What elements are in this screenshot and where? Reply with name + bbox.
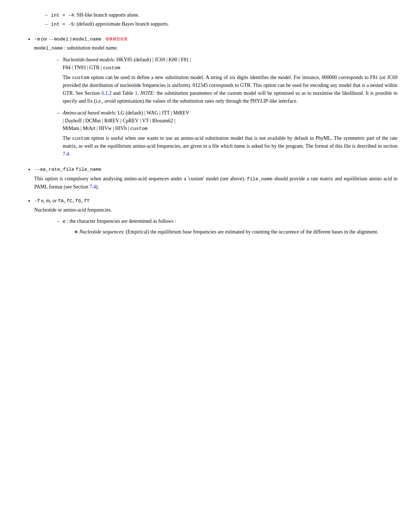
nucleotide-custom-code: custom: [103, 65, 120, 71]
aminoacid-dash: –: [57, 109, 59, 117]
custom-code-1: custom: [72, 75, 89, 80]
nucleotide-dash-item: – Nucleotide-based models: HKY85 (defaul…: [57, 56, 397, 105]
model-bullet-body: -m (or --model ) model_name 替换模型设置 model…: [34, 35, 397, 159]
dash-content: int = -4: SH-like branch supports alone.: [51, 11, 397, 19]
aminoacid-paragraph: The custom option is useful when one wan…: [63, 134, 397, 158]
nucleotide-seq-colon: : (Empirical) the equilibrium base frequ…: [123, 229, 378, 235]
nucleotide-seq-label: Nucleotide sequences: [79, 229, 123, 235]
int-neg4-text: : SH-like branch supports alone.: [74, 12, 139, 18]
link-table-1[interactable]: 1: [135, 90, 138, 96]
int-neg5-text: : (default) approximate Bayes branch sup…: [74, 21, 169, 27]
freq-options: e, m, or: [41, 198, 58, 203]
int-neg5-code: int = -5: [51, 22, 74, 27]
model-heading: -m (or --model ) model_name 替换模型设置: [34, 35, 397, 43]
freq-bullet-dot: •: [28, 197, 30, 206]
e-option-content: e : the character frequencies are determ…: [63, 217, 397, 236]
model-paren-close: ): [70, 36, 71, 42]
nucleotide-colon: : HKY85 (default) | JC69 | K80 | F81 |: [114, 57, 191, 62]
nucleotide-label: Nucleotide-based models: [63, 57, 114, 62]
e-option-text: : the character frequencies are determin…: [66, 218, 176, 224]
aa-rate-bullet-dot: •: [28, 165, 30, 174]
dash-item-int-neg5: – int = -5: (default) approximate Bayes …: [45, 20, 397, 28]
aa-rate-bullet-item: • --aa_rate_file file_name This option i…: [23, 165, 397, 191]
aa-rate-flag: --aa_rate_file: [34, 167, 75, 172]
bullet-dot: •: [28, 35, 30, 44]
chinese-badge: 替换模型设置: [105, 37, 127, 41]
nucleotide-paragraph: The custom option can be used to define …: [63, 74, 397, 105]
star-symbol: ∗: [74, 229, 80, 235]
e-option-dash-item: – e : the character frequencies are dete…: [57, 217, 397, 236]
nucleotide-seq-sub-item: ∗ Nucleotide sequences: (Empirical) the …: [74, 228, 397, 236]
aminoacid-custom-code: custom: [130, 126, 147, 131]
link-7-4-b[interactable]: 7.4: [89, 184, 96, 190]
aa-rate-paragraph: This option is compulsory when analysing…: [34, 175, 397, 191]
page-content: – int = -4: SH-like branch supports alon…: [23, 11, 397, 237]
model-bullet-item: • -m (or --model ) model_name 替换模型设置 mod…: [23, 35, 397, 159]
freq-bullet-body: -f e, m, or fA,fC,fG,fT Nucleotide or am…: [34, 197, 397, 237]
freq-code-options: fA,fC,fG,fT: [58, 198, 89, 204]
custom-code-2: custom: [72, 136, 89, 141]
model-flag-short: -m: [34, 37, 40, 42]
model-desc: model_name : substitution model name.: [34, 44, 397, 52]
dash-symbol: –: [45, 11, 48, 19]
model-flag-long: --model: [48, 37, 68, 42]
aminoacid-content: Amino-acid based models: LG (default) | …: [63, 109, 397, 158]
aa-rate-file-name-code: file_name: [247, 176, 273, 182]
freq-heading: -f e, m, or fA,fC,fG,fT: [34, 197, 397, 205]
aa-rate-arg: file_name: [76, 167, 102, 172]
freq-desc: Nucleotide or amino-acid frequencies.: [34, 206, 397, 214]
model-desc-text: : substitution model name.: [63, 45, 118, 51]
dash-symbol: –: [45, 20, 48, 28]
freq-bullet-item: • -f e, m, or fA,fC,fG,fT Nucleotide or …: [23, 197, 397, 237]
note-italic: NOTE:: [140, 90, 155, 96]
model-paren: (or: [41, 36, 49, 42]
aminoacid-label: Amino-acid based models: [63, 110, 115, 116]
link-7-4-a[interactable]: 7.4: [63, 151, 69, 157]
model-desc-code: model_name: [34, 46, 63, 51]
model-arg: model_name: [73, 37, 102, 42]
e-option-code: e: [63, 219, 66, 224]
dash-content: int = -5: (default) approximate Bayes br…: [51, 20, 397, 28]
nucleotide-models-line2: F84 | TN93 | GTR | custom: [63, 64, 397, 72]
aminoacid-models-line2: | Dayhoff | DCMut | RtREV | CpREV | VT |…: [63, 117, 397, 125]
aa-rate-heading: --aa_rate_file file_name: [34, 165, 397, 173]
aminoacid-models-line3: MtMam | MtArt | HIVw | HIVb | custom: [63, 125, 397, 132]
e-option-dash: –: [57, 217, 59, 225]
nucleotide-dash: –: [57, 56, 59, 64]
link-6-1-2[interactable]: 6.1.2: [102, 90, 112, 96]
aminoacid-colon: : LG (default) | WAG | JTT | MtREV: [115, 110, 189, 116]
aminoacid-dash-item: – Amino-acid based models: LG (default) …: [57, 109, 397, 158]
freq-flag: -f: [34, 198, 40, 204]
aa-rate-bullet-body: --aa_rate_file file_name This option is …: [34, 165, 397, 191]
nucleotide-content: Nucleotide-based models: HKY85 (default)…: [63, 56, 397, 105]
int-neg4-code: int = -4: [51, 13, 74, 18]
dash-item-int-neg4: – int = -4: SH-like branch supports alon…: [45, 11, 397, 19]
